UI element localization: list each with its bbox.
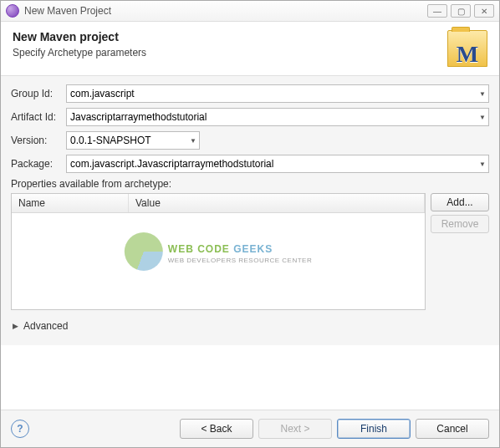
artifact-id-combo[interactable]: ▼ [66, 108, 489, 126]
page-title: New Maven project [13, 30, 447, 43]
window-controls: — ▢ ✕ [427, 4, 494, 18]
window-title: New Maven Project [24, 5, 427, 17]
wizard-header: New Maven project Specify Archetype para… [1, 22, 499, 76]
version-combo[interactable]: ▼ [66, 131, 200, 150]
artifact-id-label: Artifact Id: [11, 111, 66, 123]
group-id-input[interactable] [66, 84, 489, 103]
group-id-label: Group Id: [11, 88, 66, 99]
close-button[interactable]: ✕ [474, 4, 494, 18]
advanced-toggle[interactable]: ▶ Advanced [11, 310, 489, 340]
minimize-button[interactable]: — [427, 4, 447, 18]
group-id-combo[interactable]: ▼ [66, 84, 489, 103]
properties-label: Properties available from archetype: [11, 178, 489, 190]
maximize-button[interactable]: ▢ [451, 4, 471, 18]
advanced-label: Advanced [23, 320, 68, 332]
watermark-title: WEB CODE GEEKS [168, 239, 273, 257]
next-button: Next > [258, 419, 332, 439]
expand-icon: ▶ [13, 322, 18, 330]
maven-icon-letter: M [457, 43, 478, 66]
table-header: Name Value [12, 194, 425, 213]
page-subtitle: Specify Archetype parameters [13, 47, 447, 59]
watermark-subtitle: WEB DEVELOPERS RESOURCE CENTER [168, 257, 312, 264]
cancel-button[interactable]: Cancel [416, 419, 489, 439]
finish-button[interactable]: Finish [337, 419, 411, 439]
properties-table[interactable]: Name Value WEB CODE GEEKS WEB DEVELOPERS… [11, 193, 426, 310]
package-combo[interactable]: ▼ [66, 155, 489, 173]
back-button[interactable]: < Back [180, 419, 253, 439]
column-value[interactable]: Value [129, 194, 425, 212]
watermark: WEB CODE GEEKS WEB DEVELOPERS RESOURCE C… [125, 232, 312, 271]
form-area: Group Id: ▼ Artifact Id: ▼ Version: ▼ Pa… [1, 76, 499, 345]
help-button[interactable]: ? [11, 420, 29, 438]
wizard-footer: ? < Back Next > Finish Cancel [1, 410, 499, 447]
version-label: Version: [11, 135, 66, 146]
version-input[interactable] [66, 131, 200, 150]
add-button[interactable]: Add... [431, 193, 489, 211]
package-input[interactable] [66, 155, 489, 173]
column-name[interactable]: Name [12, 194, 129, 212]
remove-button: Remove [431, 215, 489, 233]
titlebar: New Maven Project — ▢ ✕ [1, 1, 499, 22]
artifact-id-input[interactable] [66, 108, 489, 126]
maven-icon: M [447, 30, 487, 67]
watermark-logo-icon [125, 232, 163, 271]
app-icon [6, 4, 19, 18]
package-label: Package: [11, 158, 66, 170]
